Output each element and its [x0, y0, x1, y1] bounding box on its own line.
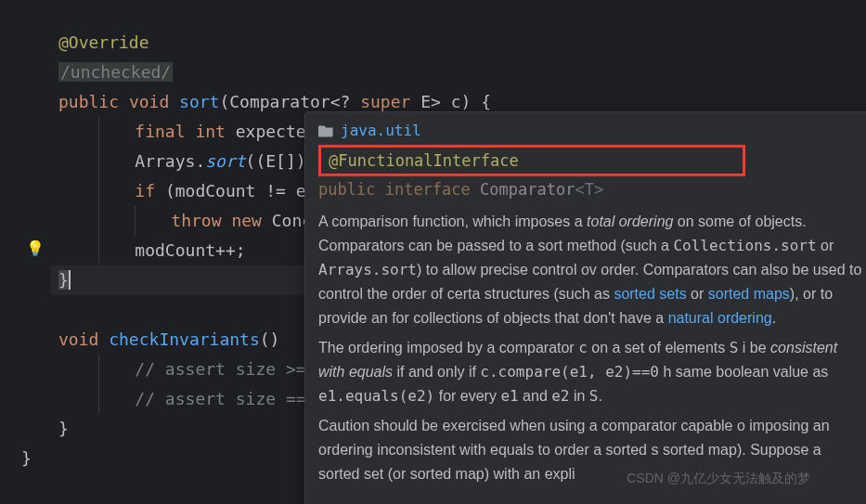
link-collections-sort[interactable]: Collections.sort	[673, 237, 816, 254]
tooltip-package-header: java.util	[318, 122, 866, 139]
functional-interface-annotation: @FunctionalInterface	[329, 151, 519, 170]
package-name: java.util	[341, 122, 421, 139]
annotation-highlight-box: @FunctionalInterface	[318, 145, 745, 176]
watermark-text: CSDN @九亿少女无法触及的梦	[627, 471, 810, 487]
interface-declaration: public interface Comparator<T>	[318, 180, 866, 199]
documentation-tooltip[interactable]: java.util @FunctionalInterface public in…	[304, 111, 866, 504]
link-natural-ordering[interactable]: natural ordering	[668, 310, 772, 326]
annotation-override: @Override	[58, 32, 149, 52]
link-sorted-sets[interactable]: sorted sets	[614, 286, 686, 302]
comment-unchecked: /unchecked/	[58, 62, 173, 82]
lightbulb-icon[interactable]: 💡	[26, 239, 45, 257]
editor-gutter: 💡	[0, 0, 51, 504]
tooltip-description: A comparison function, which imposes a t…	[318, 210, 866, 486]
link-arrays-sort[interactable]: Arrays.sort	[318, 261, 417, 278]
folder-icon	[318, 124, 333, 137]
link-sorted-maps[interactable]: sorted maps	[708, 286, 790, 302]
